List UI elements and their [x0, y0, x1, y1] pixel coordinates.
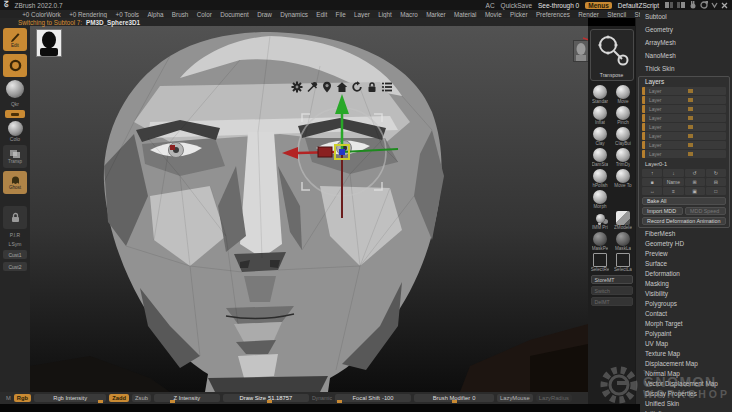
del-mt-button[interactable]: DelMT	[591, 297, 633, 306]
ac-button[interactable]: AC	[486, 2, 495, 9]
lock-icon[interactable]	[365, 80, 378, 93]
colorize-control[interactable]: Colo	[8, 121, 23, 142]
layers-title[interactable]: Layers	[639, 77, 729, 86]
menu-item[interactable]: Edit	[312, 11, 331, 18]
zadd-toggle[interactable]: Zadd	[109, 394, 129, 402]
layer-intensity-handle[interactable]	[688, 89, 693, 93]
draw-button[interactable]	[3, 54, 27, 77]
layer-grid-icon[interactable]: Name	[663, 178, 683, 186]
layer-row[interactable]: Layer	[642, 150, 726, 158]
bake-all-button[interactable]: Bake All	[642, 197, 726, 205]
layer-intensity-handle[interactable]	[688, 143, 693, 147]
layer-grid-icon[interactable]: ▣	[685, 187, 705, 195]
reset-orientation-icon[interactable]	[350, 80, 363, 93]
brush-thumb[interactable]: Pinch	[613, 106, 634, 126]
layer-row[interactable]: Layer	[642, 96, 726, 104]
layer-row[interactable]: Layer	[642, 141, 726, 149]
menu-item[interactable]: Movie	[481, 11, 506, 18]
layer-grid-icon[interactable]: ↓	[663, 169, 683, 177]
layer-grid-icon[interactable]: □	[706, 187, 726, 195]
palette-section[interactable]: Unified Skin	[636, 399, 732, 409]
palette-section[interactable]: Geometry HD	[636, 239, 732, 249]
see-through-slider[interactable]: See-through 0	[538, 2, 579, 9]
palette-section[interactable]: NanoMesh	[636, 49, 732, 62]
palette-section[interactable]: Texture Map	[636, 349, 732, 359]
brush-thumb[interactable]: DamSta	[590, 148, 611, 168]
menu-item[interactable]: Marker	[422, 11, 450, 18]
lock-button[interactable]	[3, 206, 27, 229]
layer-row[interactable]: Layer	[642, 87, 726, 95]
layer-row[interactable]: Layer	[642, 114, 726, 122]
brush-thumb[interactable]: Morph	[590, 190, 611, 210]
menu-item[interactable]: Stencil	[603, 11, 630, 18]
layer-intensity-handle[interactable]	[688, 125, 693, 129]
palette-section[interactable]: Displacement Map	[636, 359, 732, 369]
transp-button[interactable]: Transp	[3, 145, 27, 168]
menu-item[interactable]: Document	[216, 11, 253, 18]
transpose-tool[interactable]: Transpose	[590, 29, 634, 81]
layer-grid-icon[interactable]: ↺	[685, 169, 705, 177]
layer-intensity-handle[interactable]	[688, 98, 693, 102]
palette-section[interactable]: ArrayMesh	[636, 36, 732, 49]
palette-section[interactable]: Subtool	[636, 10, 732, 23]
cust2-button[interactable]: Cust2	[3, 262, 27, 271]
menu-item[interactable]: Brush	[168, 11, 193, 18]
rgb-toggle[interactable]: Rgb	[14, 394, 31, 402]
close-icon[interactable]	[721, 2, 728, 9]
menu-item[interactable]: Alpha	[143, 11, 167, 18]
z-intensity-slider[interactable]: Z Intensity	[154, 394, 220, 402]
material-sphere-icon[interactable]	[6, 80, 24, 98]
ghost-button[interactable]: Ghost	[3, 171, 27, 194]
menu-item[interactable]: Picker	[506, 11, 532, 18]
draw-size-slider[interactable]: Draw Size 51.18757	[223, 394, 309, 402]
brush-thumb[interactable]: Move	[613, 85, 634, 105]
menu-item[interactable]: +0 Tools	[111, 11, 143, 18]
brush-thumb[interactable]: ClayBui	[613, 127, 634, 147]
switch-button[interactable]: Switch	[591, 286, 633, 295]
minimize-icon[interactable]	[711, 1, 718, 9]
palette-section[interactable]: Preview	[636, 249, 732, 259]
palette-section[interactable]: Surface	[636, 259, 732, 269]
layer-row[interactable]: Layer	[642, 132, 726, 140]
rgb-intensity-slider[interactable]: Rgb Intensity	[34, 394, 106, 402]
menu-item[interactable]: File	[331, 11, 350, 18]
palette-section[interactable]: UV Map	[636, 339, 732, 349]
palette-section[interactable]: Display Properties	[636, 389, 732, 399]
palette-section[interactable]: Thick Skin	[636, 62, 732, 75]
menu-item[interactable]: Color	[193, 11, 216, 18]
map-pin-icon[interactable]	[320, 80, 333, 93]
menu-item[interactable]: Stroke	[630, 11, 640, 18]
edit-button[interactable]: Edit	[3, 28, 27, 51]
split-right-icon[interactable]	[677, 1, 686, 9]
brush-thumb[interactable]: Clay	[590, 127, 611, 147]
menu-item[interactable]: Draw	[253, 11, 276, 18]
sculpt-viewport[interactable]	[30, 26, 588, 392]
default-zscript-button[interactable]: DefaultZScript	[618, 2, 659, 9]
palette-section[interactable]: Deformation	[636, 269, 732, 279]
zsub-toggle[interactable]: Zsub	[132, 394, 151, 402]
brush-thumb[interactable]: MaskLa	[613, 232, 634, 252]
dynamic-label[interactable]: Dynamic	[312, 395, 332, 401]
menus-toggle[interactable]: Menus	[585, 2, 612, 9]
brush-thumb[interactable]: Standar	[590, 85, 611, 105]
record-deformation-button[interactable]: Record Deformation Animation	[642, 217, 726, 225]
lsym-label[interactable]: LSym	[9, 241, 22, 247]
quick-pick-button[interactable]	[5, 110, 25, 118]
brush-thumb[interactable]: Move To	[613, 169, 634, 189]
menu-item[interactable]: Light	[374, 11, 396, 18]
brush-modifier-slider[interactable]: Brush Modifier 0	[414, 394, 494, 402]
palette-section[interactable]: Morph Target	[636, 319, 732, 329]
mdd-speed-slider[interactable]: MDD Speed	[685, 207, 726, 215]
palette-section[interactable]: Polygroups	[636, 299, 732, 309]
mesh-list-icon[interactable]	[380, 80, 393, 93]
tool-preview-thumbnail[interactable]	[36, 29, 62, 57]
palette-section[interactable]: FiberMesh	[636, 229, 732, 239]
import-mdd-button[interactable]: Import MDD	[642, 207, 683, 215]
layer-grid-icon[interactable]: ↔	[642, 187, 662, 195]
menu-item[interactable]: +0 Rendering	[65, 11, 111, 18]
brush-thumb[interactable]: MaskPe	[590, 232, 611, 252]
layer-intensity-handle[interactable]	[688, 152, 693, 156]
menu-item[interactable]: +0 ColorWork	[18, 11, 65, 18]
lazymouse-toggle[interactable]: LazyMouse	[497, 394, 533, 402]
layer-grid-icon[interactable]: ↻	[706, 169, 726, 177]
